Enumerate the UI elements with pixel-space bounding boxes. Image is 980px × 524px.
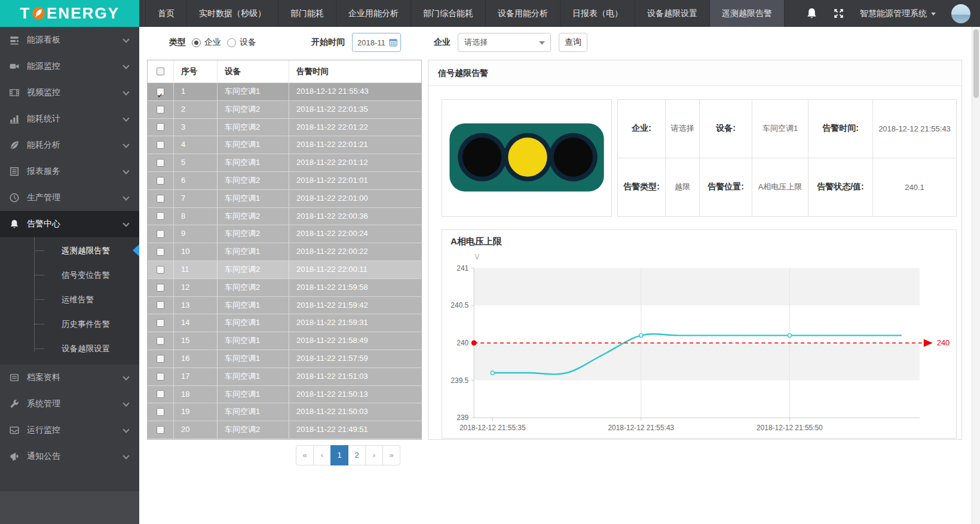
page-next-button[interactable]: ›	[365, 445, 383, 465]
sidebar-item[interactable]: 报表服务	[0, 158, 139, 185]
row-checkbox[interactable]	[157, 248, 164, 256]
row-checkbox[interactable]	[157, 123, 164, 131]
sidebar-item[interactable]: 系统管理	[0, 391, 139, 417]
row-checkbox[interactable]	[157, 141, 164, 149]
table-row[interactable]: 2车间空调22018-11-22 22:01:35	[148, 101, 421, 119]
company-select[interactable]: 请选择	[458, 33, 551, 52]
page-page-2-button[interactable]: 2	[348, 445, 366, 465]
table-row[interactable]: 18车间空调12018-11-22 21:50:13	[148, 386, 421, 404]
table-row[interactable]: 19车间空调12018-11-22 21:50:03	[148, 403, 421, 421]
sidebar-subitem[interactable]: 设备越限设置	[0, 336, 139, 361]
row-checkbox[interactable]	[157, 159, 164, 167]
leaf-icon	[10, 140, 19, 150]
row-checkbox[interactable]	[157, 301, 164, 309]
top-nav-item-1[interactable]: 首页	[145, 0, 186, 27]
table-row[interactable]: 5车间空调12018-11-22 22:01:12	[148, 154, 421, 172]
page-first-button[interactable]: «	[296, 445, 314, 465]
notification-bell-icon[interactable]	[806, 8, 817, 19]
system-menu[interactable]: 智慧能源管理系统	[860, 8, 936, 19]
table-row[interactable]: 17车间空调12018-11-22 21:51:03	[148, 368, 421, 386]
scrollbar-thumb[interactable]	[973, 29, 979, 98]
radio-company[interactable]: 企业	[192, 37, 221, 48]
row-checkbox[interactable]	[157, 390, 164, 398]
top-nav-item-6[interactable]: 设备用能分析	[485, 0, 560, 27]
table-row[interactable]: 9车间空调22018-11-22 22:00:24	[148, 225, 421, 243]
sidebar-item[interactable]: 能耗分析	[0, 132, 139, 158]
table-row[interactable]: 16车间空调12018-11-22 21:57:59	[148, 350, 421, 368]
sidebar-item[interactable]: 档案资料	[0, 364, 139, 391]
sidebar-subitem[interactable]: 信号变位告警	[0, 263, 139, 287]
top-nav-item-4[interactable]: 企业用能分析	[336, 0, 411, 27]
table-row[interactable]: 10车间空调12018-11-22 22:00:22	[148, 243, 421, 261]
table-row[interactable]: 20车间空调22018-11-22 21:49:51	[148, 421, 421, 439]
page-last-button[interactable]: »	[382, 445, 400, 465]
table-row[interactable]: 7车间空调12018-11-22 22:01:00	[148, 190, 421, 208]
cell-time: 2018-11-22 21:59:58	[289, 279, 421, 296]
sidebar-item[interactable]: 通知公告	[0, 443, 139, 470]
row-checkbox[interactable]	[157, 319, 164, 327]
top-nav-item-3[interactable]: 部门能耗	[278, 0, 336, 27]
radio-company-control[interactable]	[192, 38, 201, 47]
radio-company-label: 企业	[204, 37, 221, 48]
cell-device: 车间空调1	[218, 350, 289, 367]
table-row[interactable]: 15车间空调12018-11-22 21:58:49	[148, 332, 421, 350]
top-nav-item-7[interactable]: 日报表（电）	[560, 0, 635, 27]
row-checkbox[interactable]	[157, 284, 164, 292]
page-page-1-button[interactable]: 1	[330, 445, 348, 465]
table-row[interactable]: 6车间空调22018-11-22 22:01:01	[148, 172, 421, 190]
row-checkbox[interactable]	[157, 88, 164, 96]
top-nav-item-5[interactable]: 部门综合能耗	[411, 0, 485, 27]
sidebar-item[interactable]: 运行监控	[0, 417, 139, 443]
row-checkbox[interactable]	[157, 266, 164, 274]
radio-device[interactable]: 设备	[227, 37, 256, 48]
row-checkbox[interactable]	[157, 212, 164, 220]
row-checkbox[interactable]	[157, 337, 164, 345]
cell-time: 2018-11-22 22:01:01	[289, 172, 421, 189]
table-row[interactable]: 1车间空调12018-12-12 21:55:43	[148, 83, 421, 101]
cell-device: 车间空调1	[218, 154, 289, 171]
top-nav-item-9[interactable]: 遥测越限告警	[709, 0, 785, 27]
svg-text:2018-12-12 21:55:43: 2018-12-12 21:55:43	[608, 424, 674, 432]
avatar[interactable]	[951, 4, 970, 23]
table-row[interactable]: 3车间空调22018-11-22 22:01:22	[148, 119, 421, 137]
sidebar-item[interactable]: 生产管理	[0, 185, 139, 211]
fullscreen-icon[interactable]	[833, 8, 844, 19]
top-nav-item-2[interactable]: 实时数据（秒级）	[186, 0, 278, 27]
select-all-checkbox[interactable]	[157, 68, 164, 75]
table-row[interactable]: 12车间空调22018-11-22 21:59:58	[148, 279, 421, 297]
table-row[interactable]: 11车间空调22018-11-22 22:00:11	[148, 261, 421, 279]
sidebar-item[interactable]: 视频监控	[0, 79, 139, 106]
row-checkbox[interactable]	[157, 106, 164, 114]
cell-time: 2018-11-22 21:49:51	[289, 421, 421, 439]
sidebar-subitem[interactable]: 运维告警	[0, 287, 139, 312]
sidebar-item-label: 生产管理	[27, 192, 60, 203]
search-button[interactable]: 查询	[559, 33, 587, 52]
sidebar-subitem[interactable]: 遥测越限告警	[0, 238, 139, 263]
table-row[interactable]: 8车间空调22018-11-22 22:00:36	[148, 208, 421, 226]
start-time-input[interactable]	[352, 33, 401, 52]
sidebar-item[interactable]: 告警中心	[0, 211, 139, 237]
cell-time: 2018-11-22 22:00:11	[289, 261, 421, 278]
chevron-down-icon	[122, 36, 129, 42]
row-checkbox[interactable]	[157, 195, 164, 203]
main-content: 类型 企业 设备 开始时间 企业	[139, 27, 980, 524]
page-prev-button[interactable]: ‹	[313, 445, 331, 465]
top-nav-item-8[interactable]: 设备越限设置	[635, 0, 709, 27]
table-row[interactable]: 4车间空调12018-11-22 22:01:21	[148, 136, 421, 154]
sidebar-item[interactable]: 能源看板	[0, 27, 139, 53]
row-checkbox[interactable]	[157, 177, 164, 185]
camera-icon	[10, 62, 19, 71]
row-checkbox[interactable]	[157, 355, 164, 363]
table-row[interactable]: 14车间空调12018-11-22 21:59:31	[148, 314, 421, 332]
cell-no: 13	[174, 297, 218, 314]
radio-device-control[interactable]	[227, 38, 236, 47]
sidebar-item[interactable]: 能源监控	[0, 53, 139, 79]
row-checkbox[interactable]	[157, 408, 164, 416]
monitor-icon	[10, 425, 19, 435]
row-checkbox[interactable]	[157, 426, 164, 434]
sidebar-subitem[interactable]: 历史事件告警	[0, 312, 139, 336]
row-checkbox[interactable]	[157, 373, 164, 381]
table-row[interactable]: 13车间空调12018-11-22 21:59:42	[148, 297, 421, 315]
row-checkbox[interactable]	[157, 230, 164, 238]
sidebar-item[interactable]: 能耗统计	[0, 106, 139, 132]
